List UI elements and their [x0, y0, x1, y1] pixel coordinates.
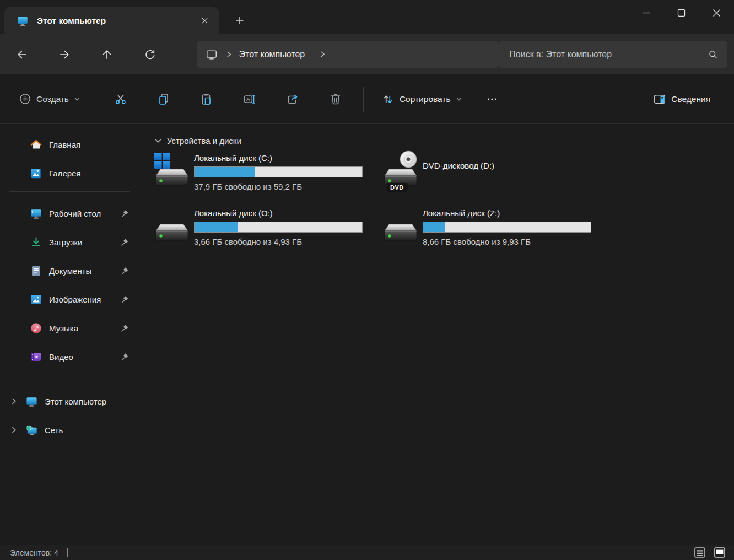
tab-title: Этот компьютер — [37, 16, 196, 26]
new-tab-button[interactable] — [229, 11, 250, 30]
drive-tile-c[interactable]: Локальный диск (C:) 37,9 ГБ свободно из … — [154, 152, 380, 207]
hard-drive-windows-icon — [154, 154, 190, 189]
chevron-expand-icon[interactable] — [10, 426, 18, 434]
up-button[interactable] — [95, 42, 119, 67]
tab-strip: Этот компьютер — [0, 0, 734, 34]
chevron-expand-icon[interactable] — [10, 397, 18, 405]
breadcrumb[interactable]: Этот компьютер — [197, 41, 499, 68]
drive-usage-bar — [194, 222, 363, 233]
back-button[interactable] — [10, 42, 34, 67]
sidebar-item-pictures[interactable]: Изображения — [0, 289, 136, 310]
sidebar-divider — [9, 191, 130, 192]
sidebar-item-gallery[interactable]: Галерея — [0, 163, 136, 184]
sort-label: Сортировать — [400, 94, 451, 104]
pin-icon — [121, 353, 129, 361]
toolbar-divider — [363, 87, 364, 112]
copy-button[interactable] — [148, 86, 179, 112]
pictures-icon — [30, 293, 42, 306]
home-icon — [30, 138, 42, 151]
drive-tile-d[interactable]: DVD DVD-дисковод (D:) — [383, 152, 609, 207]
status-separator — [67, 548, 68, 557]
group-header-label: Устройства и диски — [167, 136, 241, 146]
command-bar: Создать A Сортировать — [0, 74, 734, 124]
files-view: Устройства и диски Локальный диск (C:) 3… — [139, 124, 734, 545]
forward-button[interactable] — [52, 42, 76, 67]
toolbar-divider — [93, 87, 93, 112]
refresh-button[interactable] — [138, 42, 161, 67]
monitor-outline-icon — [206, 49, 218, 61]
gallery-icon — [30, 167, 42, 180]
search-box — [499, 41, 727, 68]
status-bar: Элементов: 4 — [0, 545, 734, 560]
delete-button[interactable] — [320, 86, 351, 112]
drive-usage-bar — [423, 222, 591, 233]
minimize-button[interactable] — [628, 0, 663, 25]
details-label: Сведения — [671, 94, 710, 104]
sidebar-item-label: Загрузки — [49, 238, 82, 247]
sidebar-item-label: Видео — [49, 352, 73, 362]
rename-button[interactable]: A — [234, 86, 265, 112]
chevron-right-icon[interactable] — [225, 51, 233, 58]
dvd-drive-icon: DVD — [383, 154, 418, 189]
hard-drive-icon — [154, 209, 190, 244]
maximize-button[interactable] — [663, 0, 699, 25]
chevron-down-icon — [456, 96, 462, 103]
sidebar-item-downloads[interactable]: Загрузки — [0, 231, 136, 252]
computer-icon — [25, 395, 38, 408]
downloads-icon — [30, 236, 42, 249]
drive-tile-z[interactable]: Локальный диск (Z:) 8,66 ГБ свободно из … — [383, 207, 609, 262]
create-button[interactable]: Создать — [13, 86, 86, 112]
sidebar-item-documents[interactable]: Документы — [0, 260, 136, 281]
sidebar-divider — [9, 375, 130, 375]
paste-button[interactable] — [191, 86, 222, 112]
sidebar-item-label: Рабочий стол — [49, 209, 101, 218]
create-label: Создать — [36, 94, 69, 104]
tab-this-pc[interactable]: Этот компьютер — [4, 7, 219, 34]
share-button[interactable] — [277, 86, 308, 112]
svg-text:A: A — [246, 96, 250, 102]
sidebar-item-this-pc[interactable]: Этот компьютер — [0, 391, 136, 412]
pin-icon — [121, 267, 129, 275]
chevron-right-icon[interactable] — [319, 51, 326, 58]
pin-icon — [121, 295, 129, 304]
search-icon[interactable] — [708, 49, 719, 60]
navigation-bar: Этот компьютер — [0, 34, 734, 74]
sidebar-item-label: Документы — [49, 266, 91, 276]
sidebar-item-label: Главная — [49, 140, 80, 149]
search-input[interactable] — [509, 50, 708, 60]
drive-tile-o[interactable]: Локальный диск (O:) 3,66 ГБ свободно из … — [154, 207, 380, 262]
cut-button[interactable] — [105, 86, 136, 112]
computer-icon — [17, 15, 29, 27]
pin-icon — [121, 209, 129, 218]
sidebar-item-network[interactable]: Сеть — [0, 419, 136, 440]
drive-free-space: 8,66 ГБ свободно из 9,93 ГБ — [423, 237, 591, 246]
details-pane-button[interactable]: Сведения — [647, 86, 721, 112]
plus-circle-icon — [19, 93, 31, 105]
videos-icon — [30, 351, 42, 363]
drive-name: Локальный диск (C:) — [194, 153, 363, 163]
details-pane-icon — [653, 93, 666, 106]
chevron-down-icon — [74, 96, 80, 103]
details-view-toggle-icon[interactable] — [693, 547, 706, 558]
sort-arrows-icon — [381, 93, 395, 106]
sort-button[interactable]: Сортировать — [376, 86, 468, 112]
close-button[interactable] — [699, 0, 734, 25]
items-count: Элементов: 4 — [10, 548, 58, 557]
group-header-devices[interactable]: Устройства и диски — [154, 136, 734, 146]
sidebar-item-home[interactable]: Главная — [0, 134, 136, 155]
sidebar-item-label: Этот компьютер — [45, 397, 106, 406]
breadcrumb-segment[interactable]: Этот компьютер — [239, 50, 305, 60]
chevron-down-icon[interactable] — [154, 137, 162, 145]
drive-name: Локальный диск (O:) — [194, 208, 363, 218]
hard-drive-icon — [383, 209, 418, 244]
thumbnail-view-toggle-icon[interactable] — [713, 547, 726, 558]
pin-icon — [121, 238, 129, 246]
sidebar-item-videos[interactable]: Видео — [0, 346, 136, 367]
sidebar-item-music[interactable]: Музыка — [0, 317, 136, 338]
tab-close-icon[interactable] — [196, 13, 213, 29]
desktop-icon — [30, 207, 42, 220]
window-controls — [628, 0, 734, 25]
drive-name: DVD-дисковод (D:) — [423, 161, 494, 170]
sidebar-item-desktop[interactable]: Рабочий стол — [0, 203, 136, 224]
more-options-button[interactable] — [478, 86, 506, 112]
